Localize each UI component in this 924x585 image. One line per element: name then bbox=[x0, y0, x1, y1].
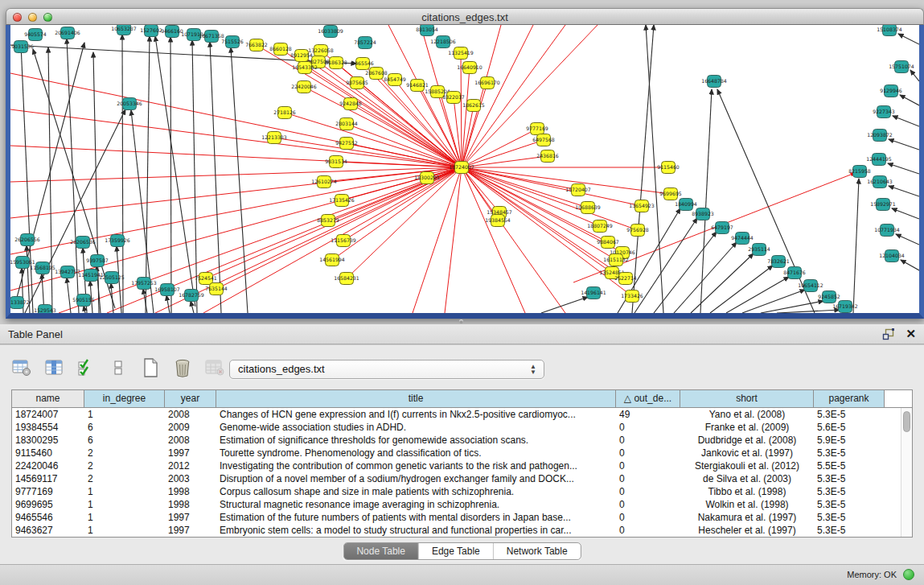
graph-node[interactable]: 7663822 bbox=[245, 39, 268, 51]
graph-node[interactable]: 8471676 bbox=[783, 267, 806, 279]
graph-edge[interactable] bbox=[216, 167, 462, 289]
graph-edge[interactable] bbox=[462, 167, 578, 190]
graph-node[interactable]: 19384554 bbox=[485, 215, 511, 227]
graph-node[interactable]: 16033809 bbox=[318, 26, 343, 38]
tab-network-table[interactable]: Network Table bbox=[494, 543, 581, 559]
graph-node[interactable]: 1840994 bbox=[675, 199, 697, 211]
table-row[interactable]: 946362711997Embryonic stem cells: a mode… bbox=[12, 524, 901, 537]
graph-node[interactable]: 19031536 bbox=[10, 41, 34, 53]
graph-node[interactable]: 9227343 bbox=[873, 106, 895, 118]
graph-edge[interactable] bbox=[192, 40, 197, 313]
graph-edge[interactable] bbox=[742, 290, 805, 313]
graph-edge[interactable] bbox=[462, 105, 474, 167]
graph-edge[interactable] bbox=[461, 53, 462, 167]
table-row[interactable]: 969969511998Structural magnetic resonanc… bbox=[12, 498, 901, 511]
graph-node[interactable]: 14561994 bbox=[319, 254, 345, 266]
graph-node[interactable]: 8660128 bbox=[269, 43, 292, 56]
graph-edge[interactable] bbox=[305, 68, 462, 167]
graph-edge[interactable] bbox=[893, 116, 919, 126]
graph-node[interactable]: 2718126 bbox=[273, 107, 296, 119]
graph-edge[interactable] bbox=[910, 70, 919, 81]
graph-node[interactable]: 9756928 bbox=[626, 225, 649, 237]
table-row[interactable]: 911546021997Tourette syndrome. Phenomeno… bbox=[12, 447, 901, 459]
graph-edge[interactable] bbox=[898, 34, 919, 44]
graph-edge[interactable] bbox=[413, 167, 462, 313]
graph-node[interactable]: 16782759 bbox=[179, 290, 204, 302]
graph-edge[interactable] bbox=[541, 297, 588, 313]
column-visibility-icon[interactable] bbox=[43, 357, 64, 378]
graph-node[interactable]: 1529543 bbox=[34, 305, 56, 314]
graph-edge[interactable] bbox=[191, 301, 194, 313]
graph-edge[interactable] bbox=[674, 242, 737, 313]
graph-edge[interactable] bbox=[710, 266, 773, 313]
graph-edge[interactable] bbox=[717, 89, 815, 313]
graph-edge[interactable] bbox=[462, 25, 533, 167]
graph-node[interactable]: 11325419 bbox=[448, 47, 474, 60]
graph-node[interactable]: 18807249 bbox=[587, 220, 613, 233]
column-header-name[interactable]: name bbox=[12, 390, 84, 407]
graph-node[interactable]: 19133872 bbox=[10, 297, 30, 309]
graph-edge[interactable] bbox=[84, 306, 85, 313]
graph-edge[interactable] bbox=[900, 95, 919, 105]
graph-edge[interactable] bbox=[210, 42, 221, 313]
graph-node[interactable]: 2803144 bbox=[335, 118, 358, 130]
graph-edge[interactable] bbox=[462, 129, 537, 167]
column-header-title[interactable]: title bbox=[216, 390, 616, 407]
graph-edge[interactable] bbox=[170, 37, 171, 313]
close-panel-icon[interactable]: ✕ bbox=[906, 328, 916, 340]
graph-node[interactable]: 13654923 bbox=[629, 200, 655, 212]
graph-node[interactable]: 9405574 bbox=[24, 29, 47, 41]
float-window-icon[interactable] bbox=[882, 328, 896, 340]
graph-edge[interactable] bbox=[155, 167, 462, 313]
graph-edge[interactable] bbox=[462, 25, 565, 167]
graph-node[interactable]: 20206536 bbox=[70, 237, 96, 249]
graph-edge[interactable] bbox=[166, 295, 170, 313]
graph-node[interactable]: 16958107 bbox=[154, 284, 180, 296]
graph-edge[interactable] bbox=[304, 87, 462, 167]
graph-node[interactable]: 7515526 bbox=[221, 36, 244, 48]
graph-node[interactable]: 1527602 bbox=[140, 25, 162, 37]
table-row[interactable]: 946554611997Estimation of the future num… bbox=[12, 511, 901, 524]
graph-node[interactable]: 17135426 bbox=[329, 195, 355, 207]
graph-node[interactable]: 1733426 bbox=[621, 290, 643, 303]
graph-node[interactable]: 8853279 bbox=[317, 215, 339, 227]
graph-edge[interactable] bbox=[332, 167, 462, 260]
tab-node-table[interactable]: Node Table bbox=[343, 543, 419, 559]
graph-edge[interactable] bbox=[454, 97, 462, 167]
graph-edge[interactable] bbox=[632, 25, 654, 313]
graph-node[interactable]: 14196141 bbox=[581, 287, 606, 299]
graph-edge[interactable] bbox=[777, 310, 840, 313]
checkbox-column-icon[interactable] bbox=[108, 357, 129, 378]
graph-edge[interactable] bbox=[700, 89, 712, 313]
table-scrollbar-thumb[interactable] bbox=[903, 411, 910, 432]
table-row[interactable]: 1456911722003Disruption of a novel membe… bbox=[12, 472, 901, 485]
graph-node[interactable]: 20691406 bbox=[55, 27, 80, 39]
table-row[interactable]: 2242004622012Investigating the contribut… bbox=[12, 459, 901, 472]
table-row[interactable]: 1830029562008Estimation of significance … bbox=[12, 434, 901, 447]
graph-edge[interactable] bbox=[143, 289, 147, 313]
graph-edge[interactable] bbox=[462, 156, 548, 167]
graph-node[interactable]: 8215958 bbox=[848, 166, 871, 178]
graph-node[interactable]: 12610274 bbox=[311, 176, 337, 188]
table-row[interactable]: 1872400712008Changes of HCN gene express… bbox=[12, 408, 901, 421]
graph-node[interactable]: 17359926 bbox=[105, 235, 130, 247]
graph-node[interactable]: 2436816 bbox=[536, 150, 559, 163]
graph-node[interactable]: 10688639 bbox=[575, 202, 601, 214]
graph-node[interactable]: 16696170 bbox=[474, 77, 500, 89]
graph-node[interactable]: 10654112 bbox=[798, 280, 823, 292]
delete-trash-icon[interactable] bbox=[172, 357, 193, 378]
table-selector[interactable]: citations_edges.txt ▲▼ bbox=[229, 360, 544, 379]
graph-edge[interactable] bbox=[122, 35, 123, 313]
graph-edge[interactable] bbox=[889, 186, 919, 196]
graph-node[interactable]: 9831534 bbox=[325, 156, 347, 168]
graph-edge[interactable] bbox=[21, 44, 33, 313]
table-settings-icon[interactable] bbox=[11, 357, 32, 378]
graph-edge[interactable] bbox=[10, 109, 462, 167]
graph-edge[interactable] bbox=[892, 208, 919, 219]
new-document-icon[interactable] bbox=[140, 357, 161, 378]
select-all-rows-icon[interactable] bbox=[76, 357, 97, 378]
graph-edge[interactable] bbox=[853, 179, 859, 313]
graph-node[interactable]: 7857224 bbox=[354, 37, 376, 49]
graph-node[interactable]: 9427552 bbox=[335, 138, 358, 150]
column-header-pagerank[interactable]: pagerank bbox=[814, 390, 885, 407]
